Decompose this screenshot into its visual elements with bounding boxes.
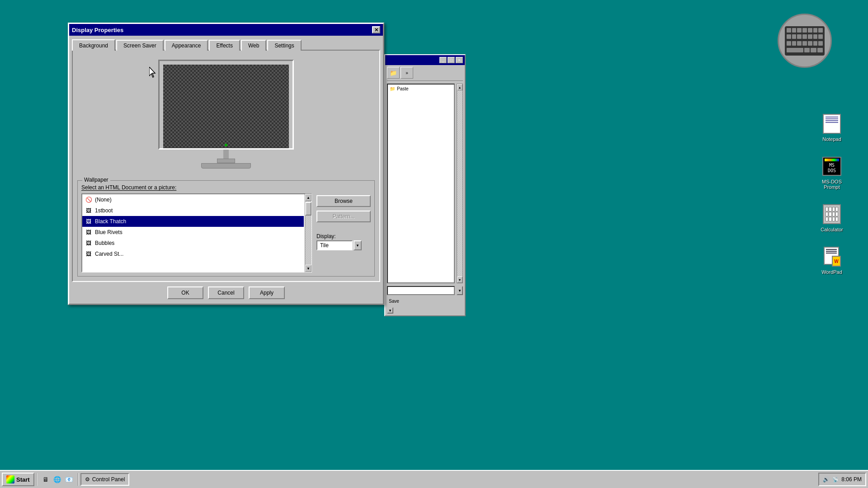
msdos-icon-img: MSDOS <box>821 155 843 177</box>
clock: 8:06 PM <box>841 476 862 483</box>
1stboot-icon: 🖼 <box>85 207 92 214</box>
carved-icon: 🖼 <box>85 250 92 258</box>
tab-appearance[interactable]: Appearance <box>165 40 208 51</box>
wallpaper-group-label: Wallpaper <box>82 177 110 183</box>
monitor-stand-bottom <box>201 163 251 169</box>
display-properties-dialog: Display Properties ✕ Background Screen S… <box>68 23 384 305</box>
wallpaper-list[interactable]: 🚫 (None) 🖼 1stboot 🖼 Black Thatch <box>81 193 312 272</box>
wallpaper-group: Wallpaper Select an HTML Document or a p… <box>77 180 375 277</box>
list-item-bubbles-label: Bubbles <box>95 240 114 246</box>
wordpad-icon-img: W <box>821 246 843 267</box>
dialog-button-area: OK Cancel Apply <box>69 282 383 304</box>
wallpaper-list-scrollbar: ▲ ▼ <box>305 193 312 272</box>
wallpaper-body: 🚫 (None) 🖼 1stboot 🖼 Black Thatch <box>81 193 371 272</box>
volume-icon[interactable]: 🔊 <box>823 476 830 483</box>
pattern-button[interactable]: Pattern... <box>316 211 371 222</box>
start-label: Start <box>16 476 30 483</box>
scroll-down-arrow[interactable]: ▼ <box>305 265 311 272</box>
list-item-bubbles[interactable]: 🖼 Bubbles <box>82 238 304 249</box>
wallpaper-controls: Browse Pattern... Display: Tile ▼ <box>316 193 371 250</box>
list-item-black-thatch-label: Black Thatch <box>95 218 126 225</box>
system-tray: 🔊 📡 8:06 PM <box>818 473 866 486</box>
list-item-blue-rivets[interactable]: 🖼 Blue Rivets <box>82 227 304 238</box>
bg-toolbar-icon1[interactable]: 📁 <box>387 67 400 79</box>
monitor-screen <box>163 65 289 148</box>
none-icon: 🚫 <box>85 196 92 203</box>
monitor-outer <box>158 60 294 150</box>
browse-button[interactable]: Browse <box>316 195 371 207</box>
taskbar-divider-1 <box>36 473 37 486</box>
blue-rivets-icon: 🖼 <box>85 229 92 236</box>
notepad-icon-img <box>821 113 843 135</box>
dialog-titlebar: Display Properties ✕ <box>69 24 383 36</box>
quick-launch-area: 🖥 🌐 📧 <box>41 474 74 484</box>
list-item-none-label: (None) <box>95 197 112 203</box>
display-dropdown-arrow[interactable]: ▼ <box>354 240 362 250</box>
ok-button[interactable]: OK <box>167 286 203 299</box>
scroll-thumb[interactable] <box>305 202 311 216</box>
desktop-icon-calc[interactable]: Calculator <box>814 203 850 232</box>
network-icon: 📡 <box>832 477 839 483</box>
start-button[interactable]: Start <box>2 473 34 486</box>
list-item-1stboot[interactable]: 🖼 1stboot <box>82 205 304 216</box>
tab-web[interactable]: Web <box>241 40 266 51</box>
ql-outlook-icon[interactable]: 📧 <box>64 474 74 484</box>
windows-logo-icon <box>6 475 14 483</box>
wallpaper-list-container: 🚫 (None) 🖼 1stboot 🖼 Black Thatch <box>81 193 312 272</box>
display-dropdown: Tile ▼ <box>316 240 371 250</box>
scroll-up-arrow[interactable]: ▲ <box>305 194 311 201</box>
monitor-neck <box>223 150 229 159</box>
taskbar-item-cp-label: Control Panel <box>92 476 125 483</box>
cancel-button[interactable]: Cancel <box>208 286 244 299</box>
taskbar: Start 🖥 🌐 📧 ⚙ Control Panel 🔊 📡 8:06 PM <box>0 470 868 488</box>
dialog-title: Display Properties <box>72 27 372 33</box>
list-item-blue-rivets-label: Blue Rivets <box>95 229 123 235</box>
tab-effects[interactable]: Effects <box>209 40 240 51</box>
monitor-led <box>225 144 227 146</box>
keyboard-decoration <box>778 14 832 68</box>
dialog-close-button[interactable]: ✕ <box>372 26 380 33</box>
bg-window-titlebar: _ □ × <box>385 55 465 65</box>
calc-icon-img <box>821 203 843 225</box>
tab-content-background: Wallpaper Select an HTML Document or a p… <box>72 50 380 282</box>
desktop-icon-msdos[interactable]: MSDOS MS-DOSPrompt <box>814 155 850 190</box>
wordpad-label: WordPad <box>821 269 842 275</box>
wallpaper-subtitle: Select an HTML Document or a picture: <box>81 184 371 191</box>
bg-close-btn[interactable]: × <box>456 57 463 63</box>
desktop-icon-wordpad[interactable]: W WordPad <box>814 246 850 275</box>
scroll-track[interactable] <box>305 201 311 265</box>
desktop-icons-area: Notepad MSDOS MS-DOSPrompt Calculator <box>814 113 850 275</box>
desktop-icon-notepad[interactable]: Notepad <box>814 113 850 142</box>
tab-background[interactable]: Background <box>72 39 115 51</box>
apply-button[interactable]: Apply <box>249 286 285 299</box>
ql-ie-icon[interactable]: 🌐 <box>52 474 62 484</box>
desktop: Notepad MSDOS MS-DOSPrompt Calculator <box>0 0 868 488</box>
calc-label: Calculator <box>821 227 843 232</box>
bg-maximize-btn[interactable]: □ <box>448 57 455 63</box>
tab-bar: Background Screen Saver Appearance Effec… <box>69 36 383 50</box>
background-window: _ □ × 📁 » 📁Paste ▲ ▼ <box>384 54 466 316</box>
tab-screen-saver[interactable]: Screen Saver <box>116 40 164 51</box>
msdos-label: MS-DOSPrompt <box>822 179 842 190</box>
black-thatch-icon: 🖼 <box>85 218 92 225</box>
taskbar-divider-2 <box>78 473 79 486</box>
bubbles-icon: 🖼 <box>85 239 92 247</box>
display-label: Display: <box>316 233 371 239</box>
taskbar-item-cp-icon: ⚙ <box>85 476 90 483</box>
monitor-preview <box>77 55 375 178</box>
bg-minimize-btn[interactable]: _ <box>439 57 447 63</box>
list-item-carved-label: Carved St... <box>95 251 123 257</box>
tab-settings[interactable]: Settings <box>267 40 301 51</box>
wallpaper-preview <box>163 65 289 148</box>
taskbar-item-control-panel[interactable]: ⚙ Control Panel <box>80 473 130 486</box>
bg-toolbar-icon2[interactable]: » <box>401 67 413 79</box>
list-item-none[interactable]: 🚫 (None) <box>82 194 304 205</box>
list-item-black-thatch[interactable]: 🖼 Black Thatch <box>82 216 304 227</box>
display-value[interactable]: Tile <box>316 240 353 250</box>
list-item-carved[interactable]: 🖼 Carved St... <box>82 249 304 259</box>
notepad-label: Notepad <box>822 136 841 142</box>
list-item-1stboot-label: 1stboot <box>95 207 113 214</box>
ql-desktop-icon[interactable]: 🖥 <box>41 474 51 484</box>
monitor-stand-top <box>217 159 235 163</box>
